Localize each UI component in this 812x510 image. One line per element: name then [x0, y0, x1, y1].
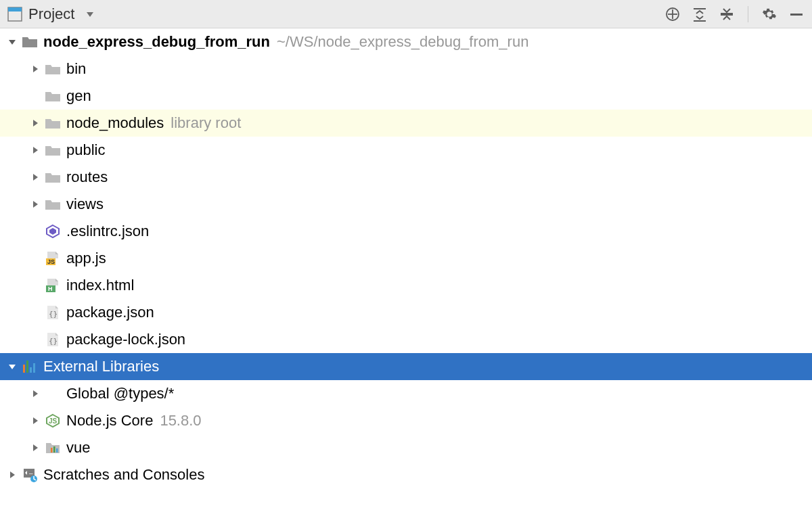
tree-item-gen[interactable]: gen: [0, 83, 812, 110]
dropdown-icon[interactable]: [85, 9, 95, 19]
item-label: bin: [66, 60, 86, 78]
toolbar-divider: [748, 6, 748, 22]
project-tree: node_express_debug_from_run ~/WS/node_ex…: [0, 28, 812, 488]
item-label: package.json: [66, 304, 154, 321]
svg-rect-19: [26, 361, 28, 373]
module-folder-icon: [20, 32, 39, 51]
chevron-right-icon[interactable]: [27, 443, 43, 453]
svg-rect-18: [23, 365, 25, 373]
external-item-vue[interactable]: vue: [0, 434, 812, 461]
svg-marker-11: [49, 228, 56, 235]
hide-icon[interactable]: [788, 5, 805, 23]
lib-icon: [43, 438, 62, 457]
tree-item-package-json[interactable]: {}package.json: [0, 299, 812, 326]
svg-text:JS: JS: [49, 417, 58, 425]
chevron-right-icon[interactable]: [27, 145, 43, 155]
folder-icon: [43, 141, 62, 160]
html-icon: H: [43, 276, 62, 295]
svg-rect-24: [51, 448, 53, 453]
svg-rect-21: [33, 363, 35, 373]
chevron-right-icon[interactable]: [27, 172, 43, 182]
tree-item-package-lock-json[interactable]: {}package-lock.json: [0, 326, 812, 353]
folder-icon: [43, 60, 62, 78]
item-label: public: [66, 141, 105, 159]
svg-rect-20: [30, 367, 32, 373]
chevron-down-icon[interactable]: [4, 362, 20, 371]
scratches-and-consoles[interactable]: — Scratches and Consoles: [0, 461, 812, 488]
tree-item-public[interactable]: public: [0, 137, 812, 164]
libraries-icon: [20, 357, 39, 376]
item-label: routes: [66, 168, 108, 186]
scratches-icon: —: [20, 465, 39, 484]
svg-text:{}: {}: [49, 337, 58, 346]
js-icon: JS: [43, 249, 62, 268]
folder-icon: [43, 195, 62, 214]
item-label: Node.js Core: [66, 412, 153, 430]
tree-item-routes[interactable]: routes: [0, 164, 812, 191]
svg-text:{}: {}: [49, 310, 58, 319]
item-label: .eslintrc.json: [66, 223, 149, 240]
chevron-right-icon[interactable]: [27, 64, 43, 74]
collapse-all-icon[interactable]: [718, 5, 736, 23]
svg-text:JS: JS: [47, 258, 55, 265]
scratches-label: Scratches and Consoles: [43, 466, 204, 484]
item-label: app.js: [66, 250, 106, 267]
tree-item-views[interactable]: views: [0, 191, 812, 218]
item-label: index.html: [66, 277, 134, 294]
external-libraries[interactable]: External Libraries: [0, 353, 812, 380]
item-label: gen: [66, 87, 91, 105]
tree-item--eslintrc-json[interactable]: .eslintrc.json: [0, 218, 812, 245]
chevron-right-icon[interactable]: [27, 416, 43, 425]
external-item-node-js-core[interactable]: JSNode.js Core15.8.0: [0, 407, 812, 434]
json-icon: {}: [43, 330, 62, 349]
root-path: ~/WS/node_express_debug_from_run: [277, 33, 528, 51]
icon-placeholder: [43, 384, 62, 403]
item-label: vue: [66, 439, 90, 457]
svg-text:H: H: [48, 285, 53, 292]
external-libraries-label: External Libraries: [43, 358, 159, 375]
chevron-right-icon[interactable]: [27, 389, 43, 398]
item-label: node_modules: [66, 114, 164, 132]
tree-item-bin[interactable]: bin: [0, 55, 812, 83]
expand-all-icon[interactable]: [691, 5, 708, 23]
node-icon: JS: [43, 411, 62, 430]
tree-root[interactable]: node_express_debug_from_run ~/WS/node_ex…: [0, 28, 812, 55]
svg-rect-1: [8, 7, 22, 11]
project-window-icon: [7, 6, 23, 22]
chevron-right-icon[interactable]: [27, 118, 43, 128]
folder-icon: [43, 168, 62, 187]
toolbar-left: Project: [7, 5, 95, 23]
project-toolbar: Project: [0, 0, 812, 28]
tree-item-app-js[interactable]: JSapp.js: [0, 245, 812, 272]
tree-item-index-html[interactable]: Hindex.html: [0, 272, 812, 299]
root-name: node_express_debug_from_run: [43, 33, 270, 51]
svg-rect-9: [790, 14, 803, 16]
settings-icon[interactable]: [761, 5, 778, 23]
item-label: views: [66, 195, 104, 213]
chevron-down-icon[interactable]: [4, 37, 20, 47]
external-item-global-types-[interactable]: Global @types/*: [0, 380, 812, 407]
tree-item-node-modules[interactable]: node_moduleslibrary root: [0, 110, 812, 137]
select-opened-file-icon[interactable]: [664, 5, 681, 23]
svg-rect-25: [53, 446, 55, 453]
json-icon: {}: [43, 303, 62, 322]
chevron-right-icon[interactable]: [4, 470, 20, 480]
toolbar-title[interactable]: Project: [28, 5, 74, 23]
item-note: 15.8.0: [160, 412, 201, 430]
chevron-right-icon[interactable]: [27, 200, 43, 209]
item-label: package-lock.json: [66, 331, 185, 348]
svg-rect-26: [56, 448, 58, 453]
eslint-icon: [43, 222, 62, 241]
folder-icon: [43, 114, 62, 133]
item-label: Global @types/*: [66, 385, 174, 402]
toolbar-right: [664, 5, 805, 23]
item-note: library root: [171, 114, 241, 132]
folder-icon: [43, 87, 62, 106]
